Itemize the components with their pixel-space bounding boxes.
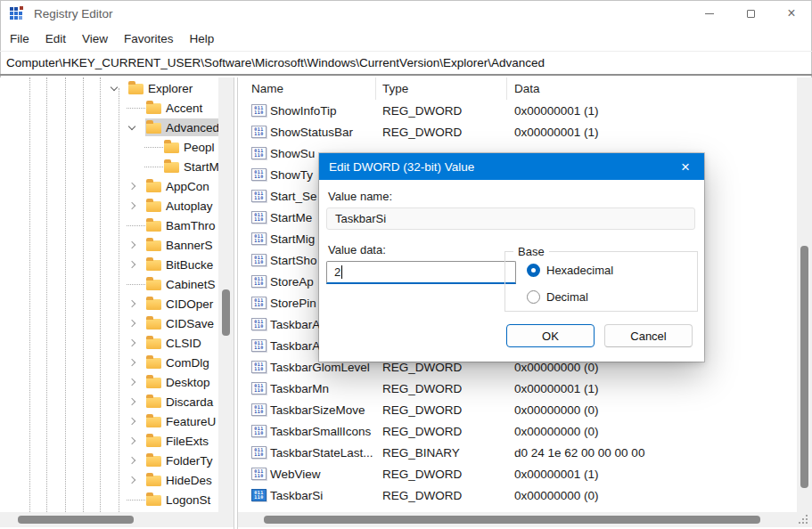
address-bar[interactable]: Computer\HKEY_CURRENT_USER\Software\Micr… bbox=[0, 52, 812, 76]
folder-icon bbox=[146, 201, 161, 212]
tree-item-clsid[interactable]: CLSID bbox=[0, 333, 218, 353]
value-row-showinfotip[interactable]: 011110ShowInfoTipREG_DWORD0x00000001 (1) bbox=[238, 100, 797, 121]
tree-item-comdlg[interactable]: ComDlg bbox=[0, 353, 218, 372]
menu-help[interactable]: Help bbox=[182, 32, 223, 45]
chevron-right-icon[interactable] bbox=[127, 431, 145, 451]
value-type-cell: REG_DWORD bbox=[376, 489, 507, 502]
tree-item-folderty[interactable]: FolderTy bbox=[0, 451, 218, 470]
tree-item-desktop[interactable]: Desktop bbox=[0, 372, 218, 392]
value-name-text: TaskbarSi bbox=[335, 212, 386, 225]
chevron-right-icon[interactable] bbox=[127, 294, 145, 313]
tree-item-appcon[interactable]: AppCon bbox=[0, 176, 218, 196]
value-row-taskbarsmallicons[interactable]: 011110TaskbarSmallIconsREG_DWORD0x000000… bbox=[238, 420, 797, 442]
tree-item-autoplay[interactable]: Autoplay bbox=[0, 196, 218, 216]
value-data-cell: 0x00000000 (0) bbox=[507, 361, 797, 374]
value-row-taskbarmn[interactable]: 011110TaskbarMnREG_DWORD0x00000001 (1) bbox=[238, 378, 797, 399]
folder-icon bbox=[146, 319, 161, 330]
value-row-showstatusbar[interactable]: 011110ShowStatusBarREG_DWORD0x00000001 (… bbox=[238, 121, 797, 142]
tree-item-cidsave[interactable]: CIDSave bbox=[0, 313, 218, 333]
tree-connector bbox=[127, 108, 145, 109]
tree-item-cabinets[interactable]: CabinetS bbox=[0, 274, 218, 294]
tree-item-fileexts[interactable]: FileExts bbox=[0, 431, 218, 451]
chevron-right-icon[interactable] bbox=[127, 196, 145, 216]
radio-selected-icon[interactable] bbox=[527, 264, 540, 277]
tree-vertical-scrollbar[interactable] bbox=[218, 77, 234, 527]
tree-item-banners[interactable]: BannerS bbox=[0, 235, 218, 255]
menu-favorites[interactable]: Favorites bbox=[116, 32, 182, 45]
dialog-close-icon[interactable]: × bbox=[677, 159, 693, 175]
value-name-text: ShowTy bbox=[270, 168, 313, 182]
radio-hexadecimal[interactable]: Hexadecimal bbox=[521, 264, 613, 277]
chevron-right-icon[interactable] bbox=[127, 255, 145, 274]
tree-item-explorer[interactable]: Explorer bbox=[0, 78, 218, 98]
menu-file[interactable]: File bbox=[2, 32, 37, 45]
folder-icon bbox=[146, 417, 161, 427]
radio-decimal[interactable]: Decimal bbox=[521, 290, 588, 304]
radio-decimal-label: Decimal bbox=[546, 290, 588, 304]
chevron-right-icon[interactable] bbox=[127, 451, 145, 470]
resize-grip-icon[interactable] bbox=[806, 522, 808, 524]
list-horizontal-scrollbar-thumb[interactable] bbox=[264, 516, 760, 524]
menu-view[interactable]: View bbox=[74, 32, 116, 45]
chevron-right-icon[interactable] bbox=[127, 313, 145, 333]
value-row-taskbarsi[interactable]: 011110TaskbarSiREG_DWORD0x00000000 (0) bbox=[238, 484, 797, 506]
chevron-right-icon[interactable] bbox=[127, 470, 145, 490]
tree-horizontal-scrollbar-thumb[interactable] bbox=[18, 516, 134, 524]
tree-item-peopl[interactable]: Peopl bbox=[0, 137, 218, 157]
cancel-button[interactable]: Cancel bbox=[604, 324, 693, 347]
tree-item-startm[interactable]: StartM bbox=[0, 157, 218, 176]
tree-item-discarda[interactable]: Discarda bbox=[0, 392, 218, 411]
base-groupbox: Base Hexadecimal Decimal bbox=[504, 251, 698, 312]
tree-item-bamthro[interactable]: BamThro bbox=[0, 216, 218, 235]
minimize-button[interactable] bbox=[689, 0, 730, 27]
tree-vertical-scrollbar-thumb[interactable] bbox=[222, 289, 230, 336]
tree-item-advanced[interactable]: Advanced bbox=[0, 118, 218, 137]
column-header-data[interactable]: Data bbox=[507, 77, 797, 100]
chevron-right-icon[interactable] bbox=[127, 333, 145, 353]
dword-value-icon: 011110 bbox=[251, 254, 267, 266]
tree-item-cidoper[interactable]: CIDOper bbox=[0, 294, 218, 313]
menu-edit[interactable]: Edit bbox=[37, 32, 74, 45]
tree-item-bitbucke[interactable]: BitBucke bbox=[0, 255, 218, 274]
list-header: Name Type Data bbox=[238, 77, 797, 100]
value-name-text: TaskbarSizeMove bbox=[270, 403, 365, 417]
chevron-right-icon[interactable] bbox=[127, 176, 145, 196]
tree-item-label: StartM bbox=[184, 160, 218, 174]
tree-item-label: AppCon bbox=[166, 180, 209, 193]
tree-item-logonst[interactable]: LogonSt bbox=[0, 490, 218, 509]
column-header-name[interactable]: Name bbox=[238, 77, 376, 100]
value-row-taskbarstatelast-[interactable]: 011110TaskbarStateLast...REG_BINARYd0 24… bbox=[238, 442, 797, 463]
value-name-cell: 011110TaskbarSizeMove bbox=[238, 403, 376, 417]
value-data-cell: 0x00000001 (1) bbox=[507, 382, 797, 395]
radio-unselected-icon[interactable] bbox=[527, 290, 540, 304]
list-vertical-scrollbar-thumb[interactable] bbox=[800, 246, 808, 488]
value-row-taskbarsizemove[interactable]: 011110TaskbarSizeMoveREG_DWORD0x00000000… bbox=[238, 399, 797, 420]
chevron-right-icon[interactable] bbox=[127, 392, 145, 411]
value-row-webview[interactable]: 011110WebViewREG_DWORD0x00000001 (1) bbox=[238, 463, 797, 484]
close-button[interactable]: × bbox=[771, 0, 812, 27]
value-data-input[interactable]: 2 bbox=[326, 261, 516, 284]
dialog-title-bar[interactable]: Edit DWORD (32-bit) Value × bbox=[319, 153, 704, 180]
value-data-cell: 0x00000001 (1) bbox=[507, 468, 797, 481]
tree-item-hidedes[interactable]: HideDes bbox=[0, 470, 218, 490]
chevron-right-icon[interactable] bbox=[127, 372, 145, 392]
chevron-down-icon[interactable] bbox=[127, 118, 145, 137]
folder-icon bbox=[146, 476, 161, 486]
chevron-right-icon[interactable] bbox=[127, 411, 145, 431]
tree-item-label: FileExts bbox=[166, 435, 209, 448]
tree-item-accent[interactable]: Accent bbox=[0, 98, 218, 118]
tree-item-featureu[interactable]: FeatureU bbox=[0, 411, 218, 431]
ok-button[interactable]: OK bbox=[506, 324, 595, 347]
maximize-button[interactable] bbox=[730, 0, 771, 27]
tree-item-label: Accent bbox=[166, 102, 202, 115]
chevron-down-icon[interactable] bbox=[109, 78, 127, 98]
tree-item-label: BamThro bbox=[166, 219, 216, 232]
chevron-right-icon[interactable] bbox=[127, 353, 145, 372]
column-header-type[interactable]: Type bbox=[376, 77, 507, 100]
chevron-right-icon[interactable] bbox=[127, 235, 145, 255]
list-horizontal-scrollbar[interactable] bbox=[238, 512, 797, 527]
list-vertical-scrollbar[interactable] bbox=[797, 77, 812, 527]
tree-item-label: Desktop bbox=[166, 376, 210, 389]
dword-value-icon: 011110 bbox=[251, 190, 267, 202]
tree-horizontal-scrollbar[interactable] bbox=[0, 512, 218, 527]
